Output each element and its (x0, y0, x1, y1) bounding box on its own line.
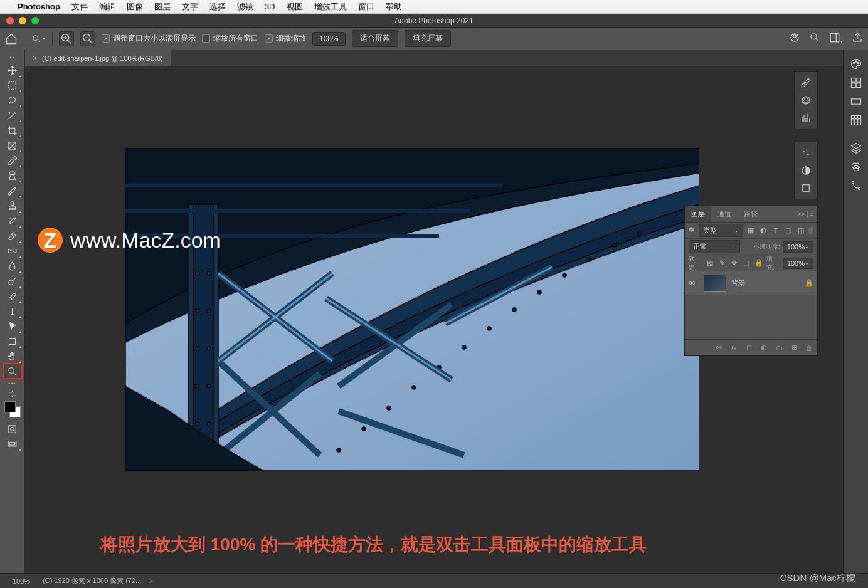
eraser-tool[interactable] (3, 228, 22, 243)
paths-strip-icon[interactable] (847, 177, 865, 194)
menu-select[interactable]: 选择 (209, 1, 226, 13)
toolbar-grip[interactable]: •• (9, 55, 14, 61)
type-tool[interactable] (3, 303, 22, 318)
adjustments-icon[interactable] (797, 145, 815, 161)
menu-window[interactable]: 窗口 (358, 1, 374, 13)
switch-colors-icon[interactable] (3, 389, 22, 399)
hand-tool[interactable] (3, 349, 22, 364)
screenmode-button[interactable] (3, 436, 22, 451)
lock-pos-icon[interactable]: ✥ (729, 258, 739, 268)
scrubby-zoom-checkbox[interactable]: ✓细微缩放 (265, 33, 306, 44)
zoom-out-button[interactable] (80, 31, 95, 46)
gradients-panel-icon[interactable] (847, 93, 865, 110)
lock-trans-icon[interactable]: ▧ (705, 258, 715, 268)
delete-layer-icon[interactable]: 🗑 (805, 344, 813, 352)
menu-filter[interactable]: 滤镜 (237, 1, 253, 13)
stamp-tool[interactable] (3, 198, 22, 213)
link-layers-icon[interactable]: ⚯ (714, 344, 723, 352)
lock-artboard-icon[interactable]: ▢ (742, 258, 752, 268)
zoom-level[interactable]: 100% (8, 575, 35, 587)
app-name[interactable]: Photoshop (18, 2, 60, 11)
fill-input[interactable]: 100%⌄ (783, 258, 813, 269)
pen-tool[interactable] (3, 288, 22, 303)
libraries-icon[interactable] (797, 180, 815, 196)
zoom-100-button[interactable]: 100% (312, 32, 346, 46)
tool-preset[interactable]: ▾ (31, 31, 46, 46)
fit-screen-button[interactable]: 适合屏幕 (352, 30, 398, 47)
close-window-button[interactable] (6, 17, 14, 24)
heal-tool[interactable] (3, 168, 22, 183)
filter-shape-icon[interactable]: ▢ (783, 226, 793, 236)
filter-adjust-icon[interactable]: ◐ (758, 226, 768, 236)
minimize-window-button[interactable] (19, 17, 26, 24)
mask-icon[interactable]: ◻ (744, 344, 753, 352)
layer-thumbnail[interactable] (704, 275, 726, 292)
opacity-input[interactable]: 100%⌄ (783, 241, 813, 253)
document-tab[interactable]: × (C) edit-sharpen-1.jpg @ 100%(RGB/8) (25, 50, 171, 66)
channels-strip-icon[interactable] (847, 158, 865, 176)
filter-toggle[interactable] (808, 227, 813, 234)
quickmask-button[interactable] (3, 421, 22, 436)
filter-kind-select[interactable]: 类型⌄ (699, 224, 743, 237)
blur-tool[interactable] (3, 258, 22, 273)
contrast-icon[interactable] (797, 162, 815, 179)
zoom-tool[interactable] (3, 364, 22, 379)
eyedropper-tool[interactable] (3, 153, 22, 168)
filter-pixel-icon[interactable]: ▦ (746, 226, 756, 236)
collapse-icon[interactable]: >> | ≡ (797, 211, 813, 218)
shape-tool[interactable] (3, 333, 22, 349)
menu-help[interactable]: 帮助 (386, 1, 402, 13)
toolbar-more[interactable]: ••• (8, 381, 16, 387)
marquee-tool[interactable] (3, 78, 22, 93)
lock-paint-icon[interactable]: ✎ (717, 258, 728, 268)
status-caret[interactable]: > (149, 577, 152, 585)
menu-layer[interactable]: 图层 (154, 1, 171, 13)
dodge-tool[interactable] (3, 273, 22, 288)
zoom-all-checkbox[interactable]: 缩放所有窗口 (202, 33, 258, 44)
lasso-tool[interactable] (3, 93, 22, 108)
zoom-in-button[interactable] (59, 31, 74, 46)
menu-view[interactable]: 视图 (287, 1, 303, 13)
maximize-window-button[interactable] (31, 17, 39, 24)
color-panel-icon[interactable] (847, 55, 865, 73)
menu-3d[interactable]: 3D (265, 2, 275, 11)
filter-type-icon[interactable]: T (771, 226, 781, 236)
blend-mode-select[interactable]: 正常⌄ (689, 240, 740, 253)
crop-tool[interactable] (3, 123, 22, 138)
resize-windows-checkbox[interactable]: ✓调整窗口大小以满屏显示 (102, 33, 196, 44)
paths-tab[interactable]: 路径 (738, 206, 764, 222)
canvas[interactable]: 图层 通道 路径 >> | ≡ 🔍 类型⌄ ▦ ◐ T ▢ ◫ 正常⌄ (25, 66, 843, 573)
wand-tool[interactable] (3, 108, 22, 123)
layers-strip-icon[interactable] (847, 139, 865, 157)
home-button[interactable] (5, 33, 18, 45)
visibility-icon[interactable]: 👁 (689, 280, 699, 287)
nav-wheel-icon[interactable] (797, 92, 815, 108)
menu-plugins[interactable]: 增效工具 (314, 1, 347, 13)
new-layer-icon[interactable]: ⊞ (790, 344, 798, 352)
menu-image[interactable]: 图像 (127, 1, 143, 13)
swatches-panel-icon[interactable] (847, 74, 865, 92)
menu-file[interactable]: 文件 (71, 1, 88, 13)
histogram-icon[interactable] (797, 110, 815, 126)
search-icon[interactable] (809, 32, 820, 45)
group-icon[interactable]: 🗀 (775, 344, 783, 352)
fx-icon[interactable]: fx (729, 344, 738, 352)
lock-all-icon[interactable]: 🔒 (754, 258, 764, 268)
menu-text[interactable]: 文字 (182, 1, 198, 13)
color-swatches[interactable] (4, 401, 21, 417)
channels-tab[interactable]: 通道 (711, 206, 738, 222)
ruler-icon[interactable] (797, 75, 815, 91)
layers-tab[interactable]: 图层 (685, 206, 711, 222)
history-brush-tool[interactable] (3, 213, 22, 228)
move-tool[interactable] (3, 63, 22, 78)
filter-smart-icon[interactable]: ◫ (796, 226, 806, 236)
share-icon[interactable] (852, 32, 863, 45)
patterns-panel-icon[interactable] (847, 112, 865, 129)
adjust-layer-icon[interactable]: ◐ (760, 344, 768, 352)
cloud-docs-icon[interactable] (789, 32, 800, 45)
menu-edit[interactable]: 编辑 (99, 1, 115, 13)
gradient-tool[interactable] (3, 243, 22, 258)
frame-tool[interactable] (3, 138, 22, 153)
layer-row[interactable]: 👁 背景 🔒 (685, 271, 817, 295)
fill-screen-button[interactable]: 填充屏幕 (405, 30, 451, 47)
